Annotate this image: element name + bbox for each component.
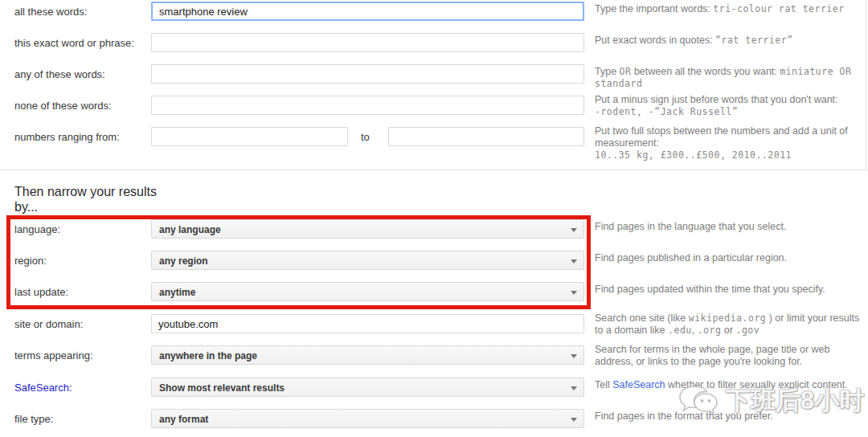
- terms-appearing-label: terms appearing:: [14, 349, 93, 361]
- numbers-from-input[interactable]: [151, 127, 348, 146]
- hint-text: or: [721, 325, 735, 336]
- terms-appearing-dropdown[interactable]: anywhere in the page: [151, 345, 584, 365]
- to-label: to: [361, 131, 370, 143]
- row-exact-phrase: this exact word or phrase: Put exact wor…: [0, 33, 868, 54]
- file-type-label: file type:: [14, 413, 53, 425]
- row-numbers-range: numbers ranging from: to Put two full st…: [0, 127, 868, 148]
- terms-appearing-hint: Search for terms in the whole page, page…: [595, 344, 865, 368]
- row-any-words: any of these words: Type OR between all …: [0, 64, 868, 85]
- file-type-hint: Find pages in the format that you prefer…: [595, 410, 865, 423]
- hint-example: tri-colour rat terrier: [713, 3, 844, 14]
- all-these-words-label: all these words:: [14, 6, 87, 18]
- row-language: language: any language Find pages in the…: [0, 219, 868, 240]
- none-words-label: none of these words:: [14, 100, 112, 112]
- terms-appearing-dropdown-value: anywhere in the page: [159, 350, 257, 361]
- file-type-dropdown-value: any format: [159, 414, 208, 425]
- region-label: region:: [14, 255, 47, 267]
- numbers-to-input[interactable]: [388, 127, 584, 146]
- chevron-down-icon: [571, 354, 577, 358]
- site-domain-hint: Search one site (like wikipedia.org ) or…: [595, 312, 865, 337]
- safesearch-hint: Tell SafeSearch whether to filter sexual…: [595, 379, 865, 391]
- site-domain-label: site or domain:: [14, 318, 83, 330]
- all-these-words-hint: Type the important words: tri-colour rat…: [595, 3, 865, 15]
- row-none-words: none of these words: Put a minus sign ju…: [0, 96, 868, 116]
- hint-text: Type the important words:: [595, 3, 713, 14]
- exact-phrase-input[interactable]: [151, 33, 584, 52]
- language-dropdown-value: any language: [159, 224, 221, 235]
- chevron-down-icon: [571, 259, 577, 263]
- hint-text: ,: [692, 325, 698, 336]
- hint-text: Search one site (like: [595, 312, 689, 324]
- row-last-update: last update: anytime Find pages updated …: [0, 282, 868, 303]
- any-words-label: any of these words:: [14, 68, 105, 80]
- site-domain-input[interactable]: [151, 314, 584, 333]
- row-all-these-words: all these words: Type the important word…: [0, 2, 868, 22]
- section-heading: Then narrow your results by...: [14, 184, 169, 214]
- exact-phrase-hint: Put exact words in quotes: “rat terrier”: [595, 35, 865, 47]
- hint-example: “rat terrier”: [715, 35, 793, 46]
- region-hint: Find pages published in a particular reg…: [595, 252, 865, 264]
- chevron-down-icon: [571, 418, 577, 422]
- all-these-words-input[interactable]: [151, 2, 584, 21]
- hint-example: wikipedia.org: [689, 312, 767, 324]
- hint-text: Put exact words in quotes:: [595, 35, 715, 46]
- hint-text: Put a minus sign just before words that …: [595, 94, 838, 105]
- region-dropdown[interactable]: any region: [151, 251, 584, 270]
- language-label: language:: [14, 223, 60, 235]
- safesearch-dropdown[interactable]: Show most relevant results: [151, 378, 584, 397]
- hint-example: .edu: [668, 325, 692, 336]
- numbers-range-label: numbers ranging from:: [14, 131, 120, 143]
- safesearch-hint-link[interactable]: SafeSearch: [612, 379, 665, 390]
- numbers-range-hint: Put two full stops between the numbers a…: [595, 125, 865, 161]
- hint-example: 10..35 kg, £300..£500, 2010..2011: [595, 149, 792, 161]
- hint-example: -rodent, -“Jack Russell”: [595, 106, 738, 117]
- region-dropdown-value: any region: [159, 255, 208, 267]
- safesearch-dropdown-value: Show most relevant results: [159, 382, 285, 394]
- row-site-domain: site or domain: Search one site (like wi…: [0, 314, 868, 335]
- none-words-input[interactable]: [151, 96, 584, 115]
- row-terms-appearing: terms appearing: anywhere in the page Se…: [0, 345, 868, 366]
- hint-example: .org: [698, 325, 722, 336]
- last-update-dropdown[interactable]: anytime: [151, 282, 584, 301]
- advanced-search-page: all these words: Type the important word…: [0, 0, 868, 437]
- any-words-hint: Type OR between all the words you want: …: [595, 66, 865, 90]
- row-file-type: file type: any format Find pages in the …: [0, 409, 868, 430]
- section-divider: [0, 169, 868, 170]
- hint-text: between all the words you want:: [631, 66, 780, 77]
- hint-text: whether to filter sexually explicit cont…: [665, 379, 848, 390]
- row-region: region: any region Find pages published …: [0, 251, 868, 272]
- chevron-down-icon: [571, 228, 577, 232]
- last-update-label: last update:: [14, 286, 68, 298]
- chevron-down-icon: [571, 291, 577, 295]
- hint-example: OR: [620, 66, 632, 77]
- chevron-down-icon: [571, 386, 577, 390]
- row-safesearch: SafeSearch: Show most relevant results T…: [0, 378, 868, 398]
- none-words-hint: Put a minus sign just before words that …: [595, 94, 865, 118]
- right-edge-line: [866, 0, 866, 169]
- last-update-dropdown-value: anytime: [159, 287, 195, 298]
- hint-example: .gov: [735, 325, 760, 336]
- hint-text: Type: [595, 66, 620, 77]
- language-hint: Find pages in the language that you sele…: [595, 221, 865, 233]
- last-update-hint: Find pages updated within the time that …: [595, 284, 865, 296]
- any-words-input[interactable]: [151, 64, 584, 84]
- exact-phrase-label: this exact word or phrase:: [14, 37, 134, 49]
- language-dropdown[interactable]: any language: [151, 219, 584, 239]
- hint-text: Put two full stops between the numbers a…: [595, 125, 848, 149]
- hint-text: Tell: [595, 379, 612, 390]
- file-type-dropdown[interactable]: any format: [151, 409, 584, 428]
- safesearch-label-link[interactable]: SafeSearch:: [14, 382, 72, 394]
